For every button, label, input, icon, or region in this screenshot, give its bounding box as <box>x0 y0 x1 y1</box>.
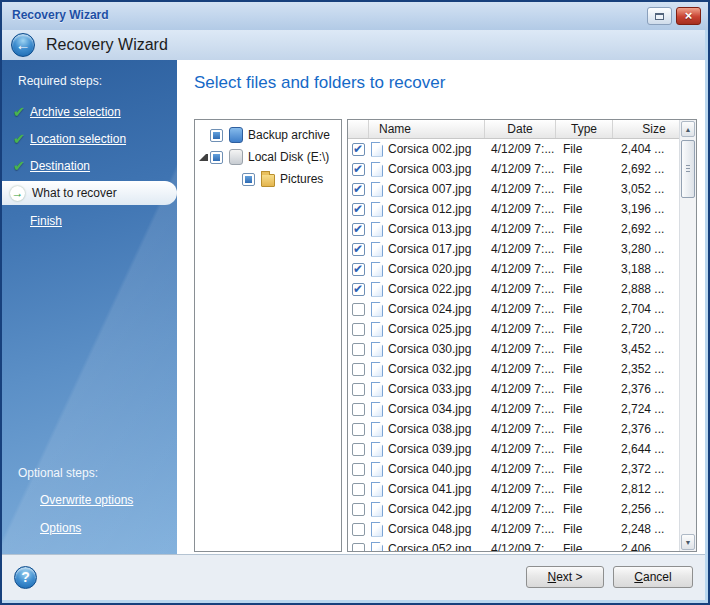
file-name: Corsica 040.jpg <box>388 462 485 476</box>
file-row[interactable]: Corsica 025.jpg 4/12/09 7:... File 2,720… <box>348 319 679 339</box>
file-type: File <box>556 462 613 476</box>
file-checkbox[interactable] <box>352 503 365 516</box>
file-checkbox[interactable] <box>352 323 365 336</box>
file-row[interactable]: Corsica 041.jpg 4/12/09 7:... File 2,812… <box>348 479 679 499</box>
step-label: Archive selection <box>30 105 121 119</box>
file-size: 2,888 ... <box>613 282 679 296</box>
help-button[interactable]: ? <box>14 566 37 589</box>
file-type: File <box>556 442 613 456</box>
file-row[interactable]: Corsica 040.jpg 4/12/09 7:... File 2,372… <box>348 459 679 479</box>
tree-row[interactable]: Backup archive <box>195 124 341 146</box>
file-icon <box>371 202 383 217</box>
optional-step-link[interactable]: Overwrite options <box>2 486 177 514</box>
file-checkbox[interactable] <box>352 403 365 416</box>
optional-steps-section: Optional steps: Overwrite options Option… <box>2 452 177 542</box>
column-header-date[interactable]: Date <box>485 120 556 138</box>
file-name: Corsica 022.jpg <box>388 282 485 296</box>
sidebar-step-item[interactable]: What to recover <box>2 181 177 205</box>
file-checkbox[interactable] <box>352 203 365 216</box>
file-checkbox[interactable] <box>352 243 365 256</box>
file-row[interactable]: Corsica 033.jpg 4/12/09 7:... File 2,376… <box>348 379 679 399</box>
file-row[interactable]: Corsica 012.jpg 4/12/09 7:... File 3,196… <box>348 199 679 219</box>
file-checkbox[interactable] <box>352 543 365 552</box>
step-label: What to recover <box>32 186 117 200</box>
file-date: 4/12/09 7:... <box>485 542 556 551</box>
file-checkbox[interactable] <box>352 383 365 396</box>
file-row[interactable]: Corsica 038.jpg 4/12/09 7:... File 2,376… <box>348 419 679 439</box>
sidebar-step-item[interactable]: Destination <box>2 152 177 179</box>
vertical-scrollbar[interactable]: ▲ ▼ <box>679 120 696 551</box>
file-row[interactable]: Corsica 013.jpg 4/12/09 7:... File 2,692… <box>348 219 679 239</box>
file-row[interactable]: Corsica 002.jpg 4/12/09 7:... File 2,404… <box>348 139 679 159</box>
scroll-down-icon[interactable]: ▼ <box>681 534 695 550</box>
file-name: Corsica 052.jpg <box>388 542 485 551</box>
column-header-type[interactable]: Type <box>556 120 613 138</box>
file-name: Corsica 003.jpg <box>388 162 485 176</box>
titlebar[interactable]: Recovery Wizard × <box>2 2 708 30</box>
folder-icon[interactable] <box>242 173 255 186</box>
file-name: Corsica 025.jpg <box>388 322 485 336</box>
file-size: 2,724 ... <box>613 402 679 416</box>
file-row[interactable]: Corsica 022.jpg 4/12/09 7:... File 2,888… <box>348 279 679 299</box>
file-icon <box>371 142 383 157</box>
file-name: Corsica 002.jpg <box>388 142 485 156</box>
file-row[interactable]: Corsica 024.jpg 4/12/09 7:... File 2,704… <box>348 299 679 319</box>
file-row[interactable]: Corsica 003.jpg 4/12/09 7:... File 2,692… <box>348 159 679 179</box>
backup-archive-icon[interactable] <box>210 129 223 142</box>
file-checkbox[interactable] <box>352 363 365 376</box>
file-size: 3,452 ... <box>613 342 679 356</box>
file-row[interactable]: Corsica 017.jpg 4/12/09 7:... File 3,280… <box>348 239 679 259</box>
file-checkbox[interactable] <box>352 523 365 536</box>
file-row[interactable]: Corsica 020.jpg 4/12/09 7:... File 3,188… <box>348 259 679 279</box>
sidebar-step-item[interactable]: Archive selection <box>2 98 177 125</box>
file-name: Corsica 017.jpg <box>388 242 485 256</box>
disk-icon[interactable] <box>210 151 223 164</box>
file-row[interactable]: Corsica 042.jpg 4/12/09 7:... File 2,256… <box>348 499 679 519</box>
sidebar-step-item[interactable]: Location selection <box>2 125 177 152</box>
file-checkbox[interactable] <box>352 343 365 356</box>
file-checkbox[interactable] <box>352 163 365 176</box>
scroll-up-icon[interactable]: ▲ <box>681 121 695 137</box>
file-type: File <box>556 302 613 316</box>
file-size: 2,352 ... <box>613 362 679 376</box>
tree-row[interactable]: Pictures <box>195 168 341 190</box>
file-checkbox[interactable] <box>352 263 365 276</box>
restore-window-icon <box>655 13 664 20</box>
file-type: File <box>556 542 613 551</box>
file-row[interactable]: Corsica 034.jpg 4/12/09 7:... File 2,724… <box>348 399 679 419</box>
file-checkbox[interactable] <box>352 423 365 436</box>
cancel-button[interactable]: Cancel <box>613 566 693 588</box>
file-checkbox[interactable] <box>352 463 365 476</box>
restore-window-button[interactable] <box>647 7 672 25</box>
file-date: 4/12/09 7:... <box>485 382 556 396</box>
file-checkbox[interactable] <box>352 283 365 296</box>
tree-row[interactable]: Local Disk (E:\) <box>195 146 341 168</box>
column-header-checkbox[interactable] <box>348 120 369 138</box>
file-checkbox[interactable] <box>352 183 365 196</box>
file-icon <box>371 162 383 177</box>
close-button[interactable]: × <box>676 7 701 25</box>
optional-step-link[interactable]: Options <box>2 514 177 542</box>
file-checkbox[interactable] <box>352 443 365 456</box>
file-row[interactable]: Corsica 052.jpg 4/12/09 7:... File 2,406… <box>348 539 679 551</box>
file-size: 2,376 ... <box>613 382 679 396</box>
file-checkbox[interactable] <box>352 303 365 316</box>
column-header-name[interactable]: Name <box>369 120 485 138</box>
next-button[interactable]: Next > <box>526 566 604 588</box>
file-row[interactable]: Corsica 048.jpg 4/12/09 7:... File 2,248… <box>348 519 679 539</box>
file-checkbox[interactable] <box>352 483 365 496</box>
file-checkbox[interactable] <box>352 143 365 156</box>
tree-node-label: Pictures <box>280 172 323 186</box>
file-checkbox[interactable] <box>352 223 365 236</box>
sidebar-step-item[interactable]: Finish <box>2 207 177 234</box>
scrollbar-thumb[interactable] <box>681 140 695 198</box>
file-size: 3,052 ... <box>613 182 679 196</box>
file-row[interactable]: Corsica 007.jpg 4/12/09 7:... File 3,052… <box>348 179 679 199</box>
file-name: Corsica 012.jpg <box>388 202 485 216</box>
expand-arrow-icon[interactable] <box>199 154 208 161</box>
file-row[interactable]: Corsica 039.jpg 4/12/09 7:... File 2,644… <box>348 439 679 459</box>
file-row[interactable]: Corsica 032.jpg 4/12/09 7:... File 2,352… <box>348 359 679 379</box>
required-steps-label: Required steps: <box>2 60 177 98</box>
file-row[interactable]: Corsica 030.jpg 4/12/09 7:... File 3,452… <box>348 339 679 359</box>
back-button[interactable]: ← <box>11 33 35 57</box>
